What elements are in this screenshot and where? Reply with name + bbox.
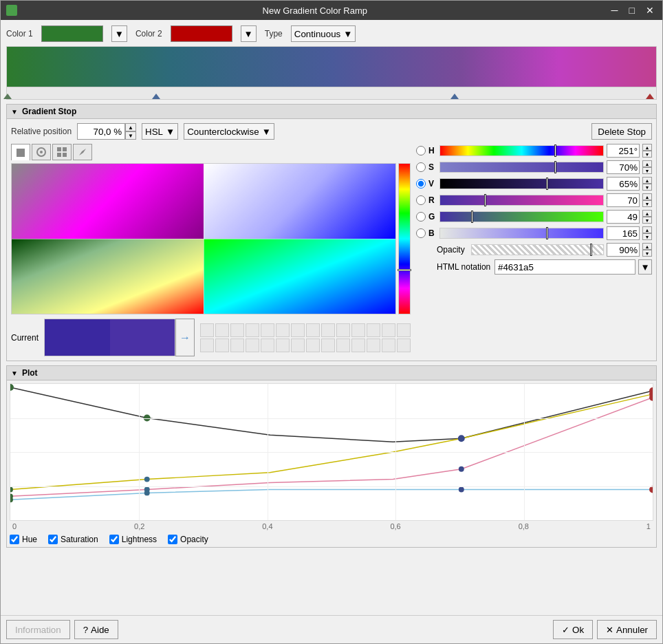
color-tab-wheel[interactable] (32, 144, 51, 160)
channel-b-input[interactable] (607, 226, 640, 240)
swatch[interactable] (215, 323, 229, 337)
g-spin-up[interactable]: ▲ (642, 210, 652, 217)
aide-button[interactable]: ? Aide (74, 620, 118, 639)
swatch[interactable] (306, 339, 320, 352)
annuler-button[interactable]: ✕ Annuler (597, 620, 657, 639)
color-tab-picker[interactable] (73, 144, 92, 160)
color1-dropdown[interactable]: ▼ (111, 25, 127, 42)
s-slider[interactable] (439, 162, 604, 173)
s-spin-up[interactable]: ▲ (642, 160, 652, 167)
swatch[interactable] (382, 339, 395, 352)
checkbox-lightness-label[interactable]: Lightness (109, 535, 157, 544)
gradient-stop-header[interactable]: ▼ Gradient Stop (6, 104, 657, 119)
maximize-button[interactable]: □ (627, 3, 638, 17)
swatch[interactable] (336, 323, 350, 337)
r-spin-down[interactable]: ▼ (642, 200, 652, 207)
delete-stop-button[interactable]: Delete Stop (591, 123, 652, 140)
color2-button[interactable] (171, 25, 232, 42)
ok-button[interactable]: ✓ Ok (553, 620, 593, 639)
channel-r-radio[interactable] (416, 195, 426, 205)
g-spin-down[interactable]: ▼ (642, 217, 652, 224)
channel-s-input[interactable] (607, 160, 640, 174)
v-spin-down[interactable]: ▼ (642, 184, 652, 191)
checkbox-saturation-label[interactable]: Saturation (48, 535, 98, 544)
color2-dropdown[interactable]: ▼ (241, 25, 257, 42)
v-spin-up[interactable]: ▲ (642, 177, 652, 184)
channel-g-input[interactable] (607, 210, 640, 224)
opacity-input[interactable] (607, 243, 640, 257)
channel-h-input[interactable] (607, 144, 640, 158)
h-spin-down[interactable]: ▼ (642, 151, 652, 158)
swatch[interactable] (261, 339, 274, 352)
v-slider[interactable] (439, 178, 604, 189)
channel-b-radio[interactable] (416, 228, 426, 238)
hue-strip[interactable] (398, 163, 411, 314)
swatch[interactable] (351, 339, 365, 352)
checkbox-hue[interactable] (10, 535, 19, 544)
color-square[interactable] (11, 163, 396, 314)
g-slider[interactable] (439, 211, 604, 222)
swatch[interactable] (306, 323, 320, 337)
swatch[interactable] (215, 339, 229, 352)
close-button[interactable]: ✕ (643, 3, 657, 17)
swatch[interactable] (230, 339, 244, 352)
type-dropdown[interactable]: Continuous ▼ (291, 25, 356, 42)
b-spin-up[interactable]: ▲ (642, 226, 652, 233)
channel-g-radio[interactable] (416, 212, 426, 222)
color-tab-grid[interactable] (52, 144, 72, 160)
checkbox-saturation[interactable] (48, 535, 58, 544)
swatch[interactable] (321, 323, 335, 337)
r-spin-up[interactable]: ▲ (642, 193, 652, 200)
h-spin-up[interactable]: ▲ (642, 144, 652, 151)
opacity-spin-up[interactable]: ▲ (642, 243, 652, 250)
channel-s-radio[interactable] (416, 162, 426, 172)
html-notation-input[interactable] (494, 259, 635, 275)
html-notation-dropdown[interactable]: ▼ (638, 259, 652, 275)
stop-marker-2[interactable] (450, 94, 459, 99)
checkbox-hue-label[interactable]: Hue (10, 535, 37, 544)
r-slider[interactable] (439, 195, 604, 206)
channel-v-input[interactable] (607, 177, 640, 191)
stop-marker-3[interactable] (646, 94, 654, 99)
relative-position-up[interactable]: ▲ (125, 123, 136, 131)
stop-marker-0[interactable] (3, 94, 12, 99)
opacity-slider[interactable] (471, 244, 604, 255)
swatch[interactable] (276, 323, 290, 337)
color1-button[interactable] (41, 25, 103, 42)
swatch[interactable] (336, 339, 350, 352)
swatch[interactable] (351, 323, 365, 337)
relative-position-down[interactable]: ▼ (125, 131, 136, 140)
swatch[interactable] (367, 323, 380, 337)
b-slider[interactable] (439, 228, 604, 239)
swatch[interactable] (200, 323, 214, 337)
swatch[interactable] (246, 339, 259, 352)
direction-dropdown[interactable]: Counterclockwise ▼ (184, 123, 274, 140)
relative-position-input[interactable] (77, 123, 125, 140)
current-color-bar[interactable] (44, 319, 175, 356)
swatch[interactable] (246, 323, 259, 337)
checkbox-lightness[interactable] (109, 535, 119, 544)
checkbox-opacity-label[interactable]: Opacity (168, 535, 208, 544)
swatch[interactable] (397, 323, 411, 337)
h-slider[interactable] (439, 145, 604, 156)
swatch[interactable] (230, 323, 244, 337)
channel-v-radio[interactable] (416, 179, 426, 189)
swatch[interactable] (382, 323, 395, 337)
plot-area[interactable] (10, 383, 653, 521)
swatch[interactable] (397, 339, 411, 352)
s-spin-down[interactable]: ▼ (642, 167, 652, 174)
color-tab-square[interactable] (11, 144, 30, 160)
color-apply-arrow[interactable]: → (175, 319, 195, 356)
channel-r-input[interactable] (607, 193, 640, 207)
gradient-bar[interactable] (6, 46, 657, 87)
swatch[interactable] (367, 339, 380, 352)
stop-marker-1[interactable] (152, 94, 160, 99)
information-button[interactable]: Information (6, 620, 70, 639)
opacity-spin-down[interactable]: ▼ (642, 250, 652, 257)
checkbox-opacity[interactable] (168, 535, 177, 544)
b-spin-down[interactable]: ▼ (642, 233, 652, 240)
channel-h-radio[interactable] (416, 146, 426, 155)
swatch[interactable] (261, 323, 274, 337)
swatch[interactable] (291, 339, 305, 352)
swatch[interactable] (291, 323, 305, 337)
